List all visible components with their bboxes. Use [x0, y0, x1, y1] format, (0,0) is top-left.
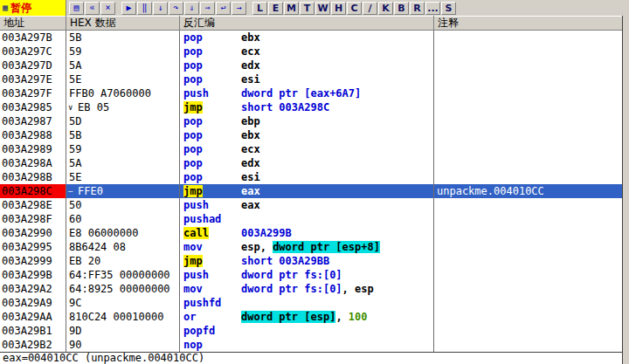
hex-bytes-cell[interactable]: 8B6424 08	[66, 240, 180, 254]
hex-bytes-cell[interactable]: –FFE0	[66, 184, 180, 198]
hex-bytes-cell[interactable]: 59	[66, 45, 180, 58]
comment-cell[interactable]	[434, 254, 622, 268]
window-button-E[interactable]: E	[268, 2, 283, 15]
window-button-K[interactable]: K	[378, 2, 393, 15]
comment-cell[interactable]	[434, 72, 622, 86]
address-cell[interactable]: 003A2995	[0, 240, 66, 254]
disasm-row[interactable]: 003A297B5Bpopebx	[0, 31, 622, 45]
disassembly-cell[interactable]: jmpshort 003A298C	[180, 100, 434, 114]
disasm-row[interactable]: 003A2990E8 06000000call003A299B	[0, 226, 622, 240]
address-cell[interactable]: 003A29B2	[0, 338, 66, 352]
run-button[interactable]: ▶	[121, 2, 136, 15]
hex-bytes-cell[interactable]: 5E	[66, 72, 180, 86]
disasm-row[interactable]: 003A298959popecx	[0, 142, 622, 156]
hex-bytes-cell[interactable]: FFB0 A7060000	[66, 86, 180, 100]
comment-cell[interactable]	[434, 58, 622, 72]
disasm-row[interactable]: 003A298B5Epopesi	[0, 170, 622, 184]
comment-cell[interactable]	[434, 296, 622, 310]
disasm-row[interactable]: 003A297D5Apopedx	[0, 58, 622, 72]
disassembly-cell[interactable]: pushdword ptr [eax+6A7]	[180, 86, 434, 100]
disassembly-cell[interactable]: pushdword ptr fs:[0]	[180, 268, 434, 282]
disassembly-cell[interactable]: jmpshort 003A29BB	[180, 254, 434, 268]
comment-cell[interactable]	[434, 142, 622, 156]
hex-bytes-cell[interactable]: 64:FF35 00000000	[66, 268, 180, 282]
window-button-S[interactable]: S	[441, 2, 456, 15]
step-over-button[interactable]: ↷	[169, 2, 183, 15]
disassembly-cell[interactable]: jmpeax	[180, 184, 434, 198]
hex-bytes-cell[interactable]: 810C24 00010000	[66, 310, 180, 324]
hex-bytes-cell[interactable]: 59	[66, 142, 180, 156]
column-header-disassembly[interactable]: 反汇编	[180, 16, 434, 30]
comment-cell[interactable]	[434, 114, 622, 128]
execute-till-return-button[interactable]: ↩	[216, 2, 231, 15]
hex-bytes-cell[interactable]: 50	[66, 198, 180, 212]
address-cell[interactable]: 003A299B	[0, 268, 66, 282]
disasm-row[interactable]: 003A29A99Cpushfd	[0, 296, 622, 310]
address-cell[interactable]: 003A298A	[0, 156, 66, 170]
disasm-row[interactable]: 003A298C–FFE0jmpeaxunpackme.004010CC	[0, 184, 622, 198]
disassembly-cell[interactable]: popedx	[180, 156, 434, 170]
hex-bytes-cell[interactable]: ∨EB 05	[66, 100, 180, 114]
disasm-row[interactable]: 003A29AA810C24 00010000ordword ptr [esp]…	[0, 310, 622, 324]
address-cell[interactable]: 003A2989	[0, 142, 66, 156]
disassembly-cell[interactable]: popesi	[180, 72, 434, 86]
comment-cell[interactable]	[434, 31, 622, 45]
window-button-H[interactable]: H	[331, 2, 346, 15]
address-cell[interactable]: 003A298B	[0, 170, 66, 184]
disasm-row[interactable]: 003A297C59popecx	[0, 45, 622, 58]
window-button-T[interactable]: T	[300, 2, 314, 15]
comment-cell[interactable]	[434, 45, 622, 58]
address-cell[interactable]: 003A29A2	[0, 282, 66, 296]
window-button-M[interactable]: M	[284, 2, 299, 15]
disasm-row[interactable]: 003A29B290nop	[0, 338, 622, 352]
hex-bytes-cell[interactable]: E8 06000000	[66, 226, 180, 240]
disasm-row[interactable]: 003A29875Dpopebp	[0, 114, 622, 128]
comment-cell[interactable]	[434, 226, 622, 240]
address-cell[interactable]: 003A29B1	[0, 324, 66, 338]
disasm-row[interactable]: 003A298A5Apopedx	[0, 156, 622, 170]
window-button-B[interactable]: B	[394, 2, 409, 15]
disassembly-cell[interactable]: popebp	[180, 114, 434, 128]
disassembly-cell[interactable]: call003A299B	[180, 226, 434, 240]
address-cell[interactable]: 003A297B	[0, 31, 66, 45]
open-file-button[interactable]: ▤	[69, 2, 84, 15]
address-cell[interactable]: 003A2988	[0, 128, 66, 142]
hex-bytes-cell[interactable]: 90	[66, 338, 180, 352]
address-cell[interactable]: 003A2985	[0, 100, 66, 114]
disasm-row[interactable]: 003A298E50pusheax	[0, 198, 622, 212]
comment-cell[interactable]	[434, 128, 622, 142]
window-button-L[interactable]: L	[252, 2, 267, 15]
hex-bytes-cell[interactable]: 9D	[66, 324, 180, 338]
disassembly-cell[interactable]: popecx	[180, 45, 434, 58]
address-cell[interactable]: 003A297F	[0, 86, 66, 100]
address-cell[interactable]: 003A2990	[0, 226, 66, 240]
column-header-address[interactable]: 地址	[0, 16, 66, 30]
animate-into-button[interactable]: ⇓	[184, 2, 199, 15]
disassembly-cell[interactable]: popedx	[180, 58, 434, 72]
comment-cell[interactable]	[434, 100, 622, 114]
comment-cell[interactable]	[434, 86, 622, 100]
close-button[interactable]: ×	[100, 2, 115, 15]
hex-bytes-cell[interactable]: 5B	[66, 31, 180, 45]
window-button-...[interactable]: ...	[425, 2, 440, 15]
comment-cell[interactable]	[434, 338, 622, 352]
address-cell[interactable]: 003A297E	[0, 72, 66, 86]
disassembly-cell[interactable]: movesp, dword ptr [esp+8]	[180, 240, 434, 254]
disassembly-cell[interactable]: popesi	[180, 170, 434, 184]
disasm-row[interactable]: 003A297E5Epopesi	[0, 72, 622, 86]
disassembly-cell[interactable]: pushfd	[180, 296, 434, 310]
disassembly-cell[interactable]: pusheax	[180, 198, 434, 212]
comment-cell[interactable]	[434, 198, 622, 212]
address-cell[interactable]: 003A2987	[0, 114, 66, 128]
hex-bytes-cell[interactable]: 5E	[66, 170, 180, 184]
disasm-row[interactable]: 003A29B19Dpopfd	[0, 324, 622, 338]
comment-cell[interactable]	[434, 156, 622, 170]
disasm-row[interactable]: 003A298F60pushad	[0, 212, 622, 226]
comment-cell[interactable]	[434, 282, 622, 296]
disassembly-cell[interactable]: popebx	[180, 31, 434, 45]
disassembly-cell[interactable]: popecx	[180, 142, 434, 156]
column-header-comment[interactable]: 注释	[434, 16, 622, 30]
address-cell[interactable]: 003A297D	[0, 58, 66, 72]
info-pane[interactable]: eax=004010CC (unpackme.004010CC)	[0, 352, 622, 364]
disasm-row[interactable]: 003A2985∨EB 05jmpshort 003A298C	[0, 100, 622, 114]
